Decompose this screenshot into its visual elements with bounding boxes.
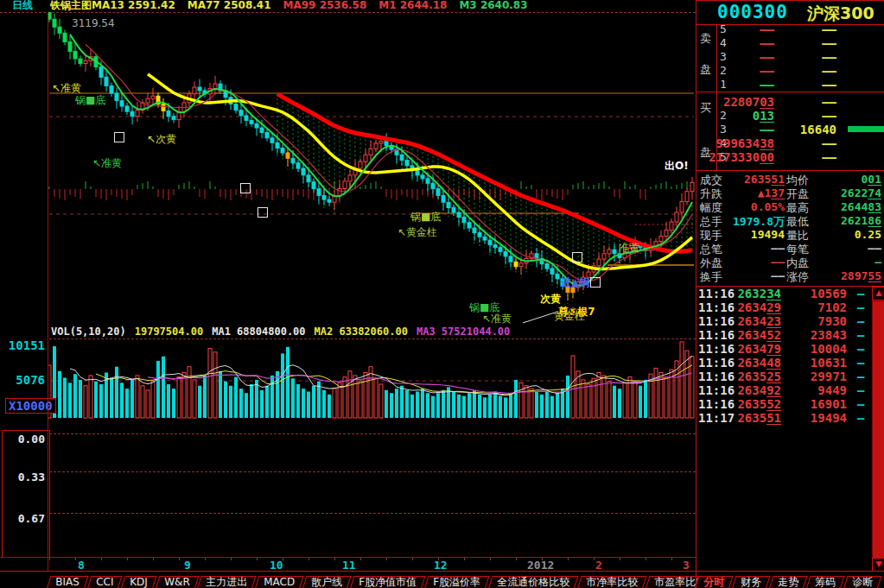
timeline-label: 10 (270, 559, 283, 572)
marker-square (590, 277, 601, 288)
buy-row: 5217333000—— (696, 150, 884, 164)
timeline-label: 8 (78, 559, 85, 572)
timeline-tick (671, 558, 672, 560)
tick-row[interactable]: 11:1626345223843— (696, 328, 884, 342)
chart-annotations: 3119.54↖准黄锅■底↖次黄↖准黄锅■底↖黄金柱锅■底↖准黄次黄黄金柱尊⑤根… (48, 12, 696, 324)
scroll-up-button[interactable]: ▲ (872, 287, 884, 300)
buy-row: 2013—— (696, 109, 884, 123)
title-bar: 日线 铁锅主图MA13 2591.42MA77 2508.41MA99 2536… (0, 0, 696, 12)
timeline-tick (283, 558, 283, 560)
volume-header-segment: MA2 63382060.00 (315, 326, 408, 338)
chart-annotation: 出O! (665, 159, 689, 174)
right-chart-border (696, 0, 696, 588)
chart-annotation: ↖准黄 (92, 156, 122, 171)
timeline-tick (101, 558, 102, 560)
marker-square (114, 132, 124, 142)
chart-annotation: 锅■底 (410, 210, 441, 224)
timeline-tick (594, 558, 595, 560)
timeline-tick (308, 558, 309, 560)
tab-F股溢价率[interactable]: F股溢价率 (423, 576, 489, 588)
timeline: 89101112201223 (0, 557, 696, 572)
tab-散户线[interactable]: 散户线 (302, 576, 352, 588)
timeline-tick (620, 558, 620, 560)
tick-row[interactable]: 11:1726355119494— (696, 411, 884, 425)
top-right-border (696, 0, 884, 1)
volume-axis-label: 5076 (2, 373, 45, 387)
title-segment: 铁锅主图MA13 2591.42 (50, 0, 175, 11)
timeline-tick (568, 558, 569, 560)
volume-chart[interactable] (48, 339, 696, 420)
indicator-panel[interactable] (49, 430, 696, 557)
tab-W&R[interactable]: W&R (155, 576, 199, 588)
volume-header: VOL(5,10,20)19797504.00MA1 68804800.00MA… (51, 326, 518, 338)
period-label[interactable]: 日线 (12, 0, 33, 11)
timeline-label: 9 (184, 559, 191, 572)
scroll-down-button[interactable]: ▼ (872, 558, 884, 572)
tab-MACD[interactable]: MACD (255, 576, 304, 588)
quote-panel: 000300 沪深300 卖 盘 买 盘 5————4————3————2———… (696, 0, 884, 588)
timeline-tick (542, 558, 543, 560)
tab-BIAS[interactable]: BIAS (46, 576, 88, 588)
info-row: 外盘——内盘— (696, 256, 884, 269)
info-divider (696, 170, 884, 171)
tick-row[interactable]: 11:1626323410569— (696, 287, 884, 300)
main-candlestick-chart[interactable]: 3119.54↖准黄锅■底↖次黄↖准黄锅■底↖黄金柱锅■底↖准黄次黄黄金柱尊⑤根… (48, 12, 696, 324)
timeline-label: 2012 (527, 559, 554, 572)
timeline-tick (205, 558, 206, 560)
info-row: 幅度0.05%最高264483 (696, 200, 884, 214)
stock-code: 000300 (717, 2, 788, 22)
tab-全流通价格比较[interactable]: 全流通价格比较 (487, 576, 578, 588)
tick-row[interactable]: 11:162634237930— (696, 314, 884, 328)
sell-row: 2———— (696, 64, 884, 78)
tick-row[interactable]: 11:162634929449— (696, 383, 884, 397)
chart-annotation: 进▲锅 (561, 275, 589, 290)
indicator-tab-bar: BIASCCIKDJW&R主力进出MACD散户线F股净值市值F股溢价率全流通价格… (48, 572, 715, 587)
indicator-axis-box (2, 430, 50, 558)
info-row: 成交263551均价001 (696, 173, 884, 187)
timeline-label: 3 (683, 559, 690, 572)
timeline-label: 11 (342, 559, 356, 572)
timeline-tick (127, 558, 128, 560)
tab-市净率比较[interactable]: 市净率比较 (576, 576, 646, 588)
title-segment: M1 2644.18 (378, 0, 447, 11)
indicator-title: 铁锅主图MA13 2591.42MA77 2508.41MA99 2536.58… (50, 0, 540, 11)
sell-row: 1———— (696, 78, 884, 92)
marker-square (258, 207, 268, 218)
timeline-tick (257, 558, 258, 560)
buy-row: 499963438—— (696, 136, 884, 150)
volume-header-segment: MA1 68804800.00 (212, 326, 305, 338)
timeline-tick (516, 558, 517, 560)
timeline-label: 12 (434, 559, 448, 572)
indicator-gridline (49, 513, 696, 514)
scrollbar-track[interactable] (872, 300, 884, 560)
title-segment: M3 2640.83 (459, 0, 527, 11)
tick-row[interactable]: 11:1626344810631— (696, 356, 884, 370)
tab-KDJ[interactable]: KDJ (120, 576, 156, 588)
info-row: 现手19494量比0.25 (696, 228, 884, 242)
chart-annotation: 尊⑤根7 (558, 305, 595, 319)
tab-CCI[interactable]: CCI (86, 576, 122, 588)
indicator-gridline (49, 471, 696, 472)
quote-header: 000300 沪深300 (696, 0, 884, 25)
info-row: 总手1979.8万最低262186 (696, 214, 884, 228)
chart-annotation: ↖黄金柱 (397, 225, 437, 240)
tick-row[interactable]: 11:162634297102— (696, 300, 884, 314)
timeline-tick (334, 558, 335, 560)
tick-row[interactable]: 11:1626355216901— (696, 397, 884, 411)
timeline-tick (490, 558, 491, 560)
timeline-tick (360, 558, 361, 560)
timeline-tick (438, 558, 439, 560)
tick-row[interactable]: 11:1626352529971— (696, 370, 884, 383)
chart-annotation: ↖准黄 (52, 81, 81, 96)
tab-F股净值市值[interactable]: F股净值市值 (350, 576, 426, 588)
tab-主力进出[interactable]: 主力进出 (197, 576, 257, 588)
marker-square (572, 252, 582, 262)
timeline-label: 2 (595, 559, 602, 572)
info-row: 换手——涨停289755 (696, 269, 884, 283)
left-chart-border (48, 12, 48, 571)
tick-row[interactable]: 11:1626347910004— (696, 342, 884, 356)
volume-bar (848, 126, 884, 132)
timeline-tick (75, 558, 76, 560)
sell-row: 5———— (696, 22, 884, 36)
sell-row: 4———— (696, 36, 884, 50)
